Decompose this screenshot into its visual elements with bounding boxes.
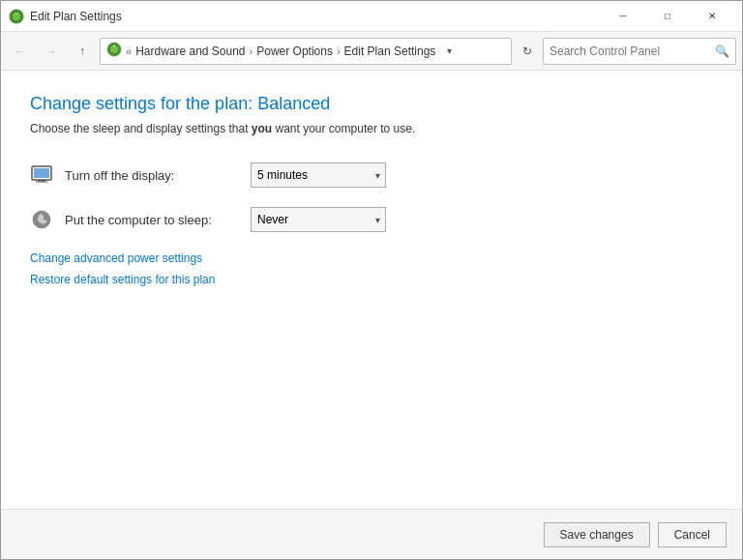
breadcrumb-sep-1: › [250,45,253,57]
up-button[interactable]: ↑ [69,38,96,65]
svg-point-3 [110,45,118,53]
restore-defaults-link[interactable]: Restore default settings for this plan [30,273,713,286]
content-area: Change settings for the plan: Balanced C… [1,71,742,559]
address-bar: « Hardware and Sound › Power Options › E… [100,38,512,65]
subtitle-bold: you [252,122,272,135]
display-label: Turn off the display: [65,168,239,183]
back-button[interactable]: ← [7,38,34,65]
subtitle-text-2: want your computer to use. [272,122,415,135]
refresh-button[interactable]: ↻ [516,40,539,63]
svg-rect-7 [36,182,47,183]
breadcrumb-hardware[interactable]: Hardware and Sound [135,44,245,58]
window-title: Edit Plan Settings [30,10,601,23]
sleep-icon [30,208,53,231]
advanced-settings-link[interactable]: Change advanced power settings [30,251,713,265]
maximize-button[interactable]: □ [645,1,690,32]
display-setting-row: Turn off the display: 1 minute 2 minutes… [30,162,713,188]
svg-rect-6 [38,180,45,182]
minimize-button[interactable]: ─ [601,1,645,32]
main-area: Change settings for the plan: Balanced C… [1,71,742,509]
forward-button[interactable]: → [38,38,65,65]
links-section: Change advanced power settings Restore d… [30,251,713,286]
subtitle-text-1: Choose the sleep and display settings th… [30,122,252,135]
svg-rect-5 [34,168,49,178]
sleep-setting-row: Put the computer to sleep: 1 minute 2 mi… [30,207,713,232]
sleep-dropdown-wrapper: 1 minute 2 minutes 3 minutes 5 minutes 1… [251,207,386,232]
address-globe-icon [106,42,122,60]
save-changes-button[interactable]: Save changes [544,522,650,547]
sleep-dropdown[interactable]: 1 minute 2 minutes 3 minutes 5 minutes 1… [251,207,386,232]
breadcrumb-sep-2: › [337,45,341,57]
display-dropdown-wrapper: 1 minute 2 minutes 3 minutes 5 minutes 1… [251,162,386,188]
display-dropdown[interactable]: 1 minute 2 minutes 3 minutes 5 minutes 1… [251,162,386,188]
address-separator: « [126,45,132,57]
search-icon[interactable]: 🔍 [715,44,729,58]
window-controls: ─ □ ✕ [601,1,734,32]
search-box: 🔍 [543,38,736,65]
page-subtitle: Choose the sleep and display settings th… [30,122,713,135]
titlebar: Edit Plan Settings ─ □ ✕ [1,1,742,32]
cancel-button[interactable]: Cancel [658,522,727,547]
breadcrumb: Hardware and Sound › Power Options › Edi… [135,44,435,58]
page-title: Change settings for the plan: Balanced [30,94,713,114]
breadcrumb-current: Edit Plan Settings [344,44,436,58]
toolbar: ← → ↑ « Hardware and Sound › Power Optio… [1,32,742,71]
window-icon [9,9,24,24]
search-input[interactable] [550,44,711,58]
breadcrumb-power[interactable]: Power Options [256,44,333,58]
sleep-label: Put the computer to sleep: [65,213,239,227]
monitor-icon [30,163,53,187]
main-window: Edit Plan Settings ─ □ ✕ ← → ↑ « Hardwar… [0,0,743,560]
address-dropdown-button[interactable]: ▾ [439,45,459,56]
close-button[interactable]: ✕ [690,1,734,32]
bottom-bar: Save changes Cancel [1,509,742,559]
